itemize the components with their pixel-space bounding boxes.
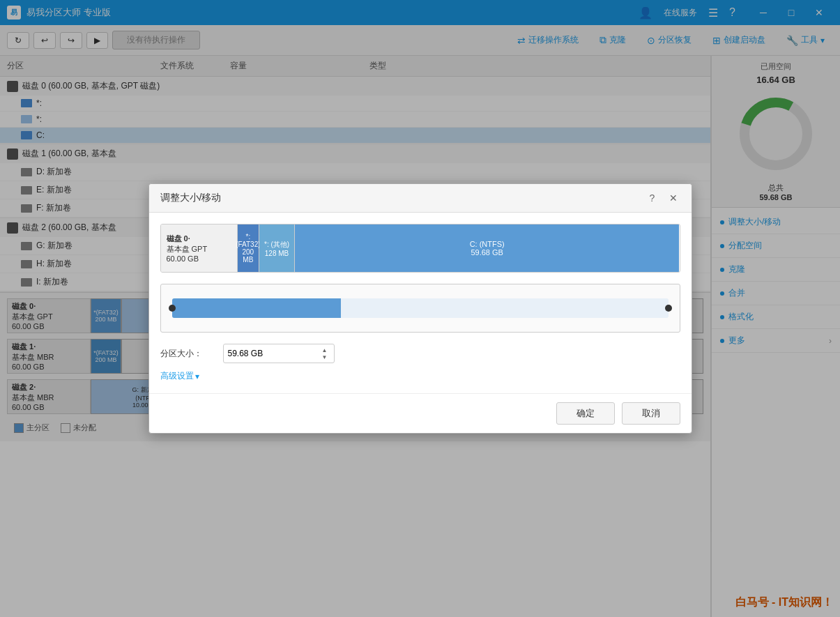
modal-part-ntfs[interactable]: C: (NTFS) 59.68 GB <box>295 224 680 272</box>
advanced-settings-label: 高级设置 <box>160 370 194 382</box>
modal-close-button[interactable]: ✕ <box>666 191 680 205</box>
modal-footer: 确定 取消 <box>149 393 692 433</box>
size-input-field[interactable]: 59.68 GB ▲ ▼ <box>223 344 335 363</box>
modal-confirm-button[interactable]: 确定 <box>556 402 615 425</box>
size-label: 分区大小： <box>160 348 216 360</box>
slider-track <box>172 298 669 318</box>
modal-header: 调整大小/移动 ? ✕ <box>149 184 692 213</box>
advanced-chevron-icon: ▾ <box>195 372 199 381</box>
modal-help-button[interactable]: ? <box>646 191 659 205</box>
modal-header-icons: ? ✕ <box>646 191 680 205</box>
modal-title: 调整大小/移动 <box>160 192 222 204</box>
spinner-down-button[interactable]: ▼ <box>320 353 330 360</box>
size-value: 59.68 GB <box>228 349 264 358</box>
modal-slider-area <box>160 284 680 333</box>
modal-cancel-button[interactable]: 取消 <box>622 402 680 425</box>
slider-handle-right[interactable] <box>665 305 672 312</box>
modal-body: 磁盘 0· 基本盘 GPT 60.00 GB *: (FAT32) 200 MB… <box>149 213 692 393</box>
modal-part-fat32[interactable]: *: (FAT32) 200 MB <box>238 224 260 272</box>
modal-disk-strip: 磁盘 0· 基本盘 GPT 60.00 GB *: (FAT32) 200 MB… <box>160 224 680 273</box>
spinner-up-button[interactable]: ▲ <box>320 346 330 353</box>
slider-fill <box>172 298 341 318</box>
modal-part-other[interactable]: *: (其他) 128 MB <box>259 224 295 272</box>
size-row: 分区大小： 59.68 GB ▲ ▼ <box>160 344 680 363</box>
modal-disk-parts: *: (FAT32) 200 MB *: (其他) 128 MB C: (NTF… <box>238 224 680 272</box>
size-spinner: ▲ ▼ <box>320 346 330 360</box>
slider-handle-left[interactable] <box>169 305 176 312</box>
modal-disk-label: 磁盘 0· 基本盘 GPT 60.00 GB <box>161 224 238 272</box>
advanced-settings-link[interactable]: 高级设置 ▾ <box>160 370 680 382</box>
modal-overlay: 调整大小/移动 ? ✕ 磁盘 0· 基本盘 GPT 60.00 GB *: (F… <box>0 0 840 617</box>
resize-modal: 调整大小/移动 ? ✕ 磁盘 0· 基本盘 GPT 60.00 GB *: (F… <box>148 183 692 434</box>
